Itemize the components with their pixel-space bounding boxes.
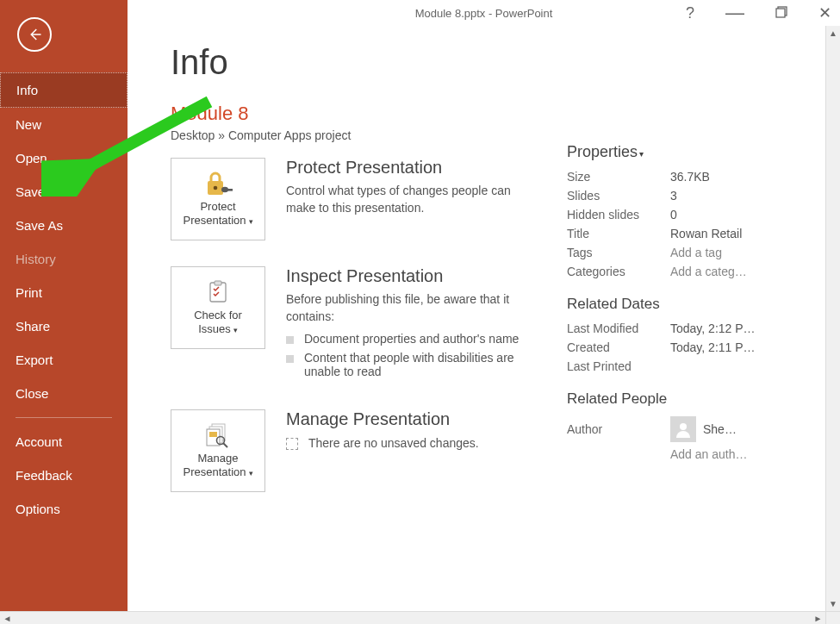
bullet-icon — [286, 355, 294, 363]
inspect-desc: Before publishing this file, be aware th… — [286, 291, 532, 325]
manage-presentation-button[interactable]: ManagePresentation▾ — [171, 409, 265, 492]
back-arrow-icon — [27, 27, 42, 42]
prop-categories-label: Categories — [567, 265, 670, 278]
nav-open[interactable]: Open — [0, 141, 128, 175]
scrollbar-vertical[interactable]: ▲ ▼ — [825, 26, 840, 611]
minimize-icon[interactable]: — — [725, 9, 744, 17]
svg-point-14 — [680, 423, 687, 430]
document-title: Module 8 — [171, 103, 532, 125]
nav-new[interactable]: New — [0, 108, 128, 141]
manage-heading: Manage Presentation — [286, 409, 532, 429]
nav-feedback[interactable]: Feedback — [0, 459, 128, 492]
last-printed-label: Last Printed — [567, 359, 670, 373]
svg-rect-11 — [209, 432, 217, 437]
main-panel: Module 8.pptx - PowerPoint ? — ✕ Info Mo… — [128, 0, 840, 624]
prop-tags-label: Tags — [567, 246, 670, 259]
backstage-sidebar: Info New Open Save Save As History Print… — [0, 0, 128, 624]
nav-export[interactable]: Export — [0, 343, 128, 377]
lock-icon — [203, 171, 233, 197]
inspect-issue: Content that people with disabilities ar… — [286, 351, 532, 378]
related-people-heading: Related People — [567, 390, 823, 408]
window-title: Module 8.pptx - PowerPoint — [415, 7, 553, 20]
person-icon — [675, 421, 692, 438]
check-for-issues-button[interactable]: Check forIssues▾ — [171, 266, 265, 349]
created-label: Created — [567, 340, 670, 354]
chevron-down-icon: ▾ — [249, 469, 253, 478]
protect-desc: Control what types of changes people can… — [286, 183, 532, 216]
svg-line-13 — [223, 443, 227, 447]
inspect-heading: Inspect Presentation — [286, 266, 532, 286]
titlebar: Module 8.pptx - PowerPoint ? — ✕ — [128, 0, 840, 26]
related-dates-heading: Related Dates — [567, 296, 823, 313]
nav-save-as[interactable]: Save As — [0, 209, 128, 242]
prop-slides-label: Slides — [567, 189, 670, 203]
inspect-issue: Document properties and author's name — [286, 332, 532, 346]
prop-hidden-value: 0 — [670, 208, 677, 222]
close-icon[interactable]: ✕ — [818, 3, 831, 22]
last-modified-value: Today, 2:12 P… — [670, 321, 756, 335]
author-label: Author — [567, 422, 670, 436]
add-author-input[interactable]: Add an auth… — [670, 447, 748, 461]
protect-presentation-button[interactable]: ProtectPresentation▾ — [171, 158, 265, 240]
nav-separator — [16, 417, 112, 418]
chevron-down-icon: ▾ — [249, 217, 253, 227]
nav-save[interactable]: Save — [0, 175, 128, 209]
svg-point-3 — [214, 185, 218, 190]
nav-close[interactable]: Close — [0, 377, 128, 410]
scroll-right-icon[interactable]: ► — [811, 612, 825, 624]
restore-icon[interactable] — [775, 4, 787, 22]
prop-slides-value: 3 — [670, 189, 677, 203]
back-button[interactable] — [17, 17, 52, 52]
help-icon[interactable]: ? — [686, 4, 694, 22]
breadcrumb: Desktop » Computer Apps project — [171, 128, 532, 142]
prop-title-label: Title — [567, 227, 670, 240]
svg-rect-5 — [227, 189, 233, 191]
nav-options[interactable]: Options — [0, 492, 128, 526]
scrollbar-horizontal[interactable]: ◄ ► — [0, 611, 825, 624]
page-title: Info — [171, 43, 532, 82]
nav-info[interactable]: Info — [0, 72, 128, 108]
scroll-down-icon[interactable]: ▼ — [826, 596, 840, 611]
avatar[interactable] — [670, 416, 696, 442]
svg-point-4 — [221, 187, 228, 192]
prop-size-label: Size — [567, 170, 670, 184]
manage-message: There are no unsaved changes. — [286, 436, 532, 450]
prop-categories-input[interactable]: Add a categ… — [670, 265, 747, 278]
scroll-corner — [825, 611, 840, 624]
bullet-icon — [286, 336, 294, 344]
document-icon — [286, 438, 298, 450]
author-name[interactable]: She… — [703, 422, 737, 436]
chevron-down-icon: ▾ — [233, 326, 238, 335]
prop-tags-input[interactable]: Add a tag — [670, 246, 722, 259]
prop-title-value[interactable]: Rowan Retail — [670, 227, 742, 240]
protect-heading: Protect Presentation — [286, 158, 532, 178]
documents-magnifier-icon — [204, 422, 232, 448]
nav-share[interactable]: Share — [0, 309, 128, 343]
properties-dropdown[interactable]: Properties▾ — [567, 143, 823, 161]
last-modified-label: Last Modified — [567, 321, 670, 335]
prop-size-value: 36.7KB — [670, 170, 710, 184]
prop-hidden-label: Hidden slides — [567, 208, 670, 222]
checklist-icon — [205, 279, 231, 305]
chevron-down-icon: ▾ — [639, 149, 644, 159]
svg-rect-1 — [776, 9, 785, 17]
nav-account[interactable]: Account — [0, 425, 128, 459]
scroll-up-icon[interactable]: ▲ — [826, 26, 840, 41]
scroll-left-icon[interactable]: ◄ — [0, 612, 15, 624]
created-value: Today, 2:11 P… — [670, 340, 756, 354]
nav-print[interactable]: Print — [0, 276, 128, 309]
svg-rect-7 — [215, 281, 221, 285]
nav-history[interactable]: History — [0, 242, 128, 276]
